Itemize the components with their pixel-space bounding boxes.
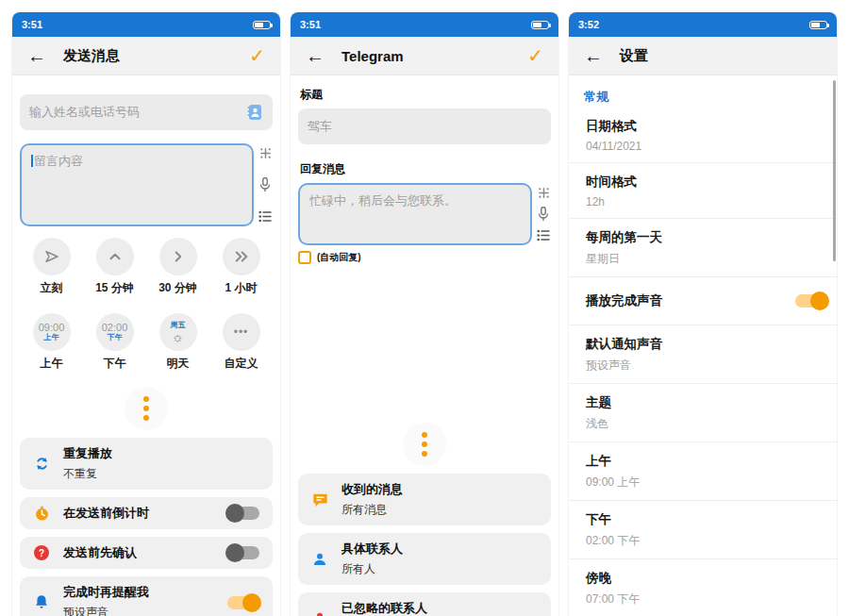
dot-icon <box>422 432 427 438</box>
title-placeholder: 驾车 <box>308 118 541 135</box>
delay-now-button[interactable]: 立刻 <box>20 234 83 302</box>
setting-evening-time[interactable]: 傍晚07:00 下午 <box>569 559 837 616</box>
title-input[interactable]: 驾车 <box>298 108 551 144</box>
preset-custom-button[interactable]: ••• 自定义 <box>209 309 273 377</box>
contact-red-icon <box>312 611 327 616</box>
reply-field-label: 回复消息 <box>300 161 551 177</box>
chevron-up-icon <box>107 248 124 265</box>
delay-1hour-button[interactable]: 1 小时 <box>209 234 273 302</box>
preset-morning-button[interactable]: 09:00上午 上午 <box>20 309 83 377</box>
delay-30min-button[interactable]: 30 分钟 <box>146 234 209 302</box>
mic-icon[interactable] <box>259 177 271 192</box>
setting-notification-sound[interactable]: 默认通知声音预设声音 <box>569 325 837 384</box>
preset-time-row: 09:00上午 上午 02:00下午 下午 周五☼ 明天 ••• 自定义 <box>20 309 273 377</box>
mic-icon[interactable] <box>538 207 549 222</box>
remind-option-row[interactable]: 完成时再提醒我 预设声音 <box>20 576 273 616</box>
template-list-icon[interactable] <box>537 229 550 241</box>
back-icon[interactable]: ← <box>306 46 325 65</box>
incoming-messages-row[interactable]: 收到的消息 所有消息 <box>298 474 551 525</box>
app-header: ← Telegram ✓ <box>291 37 558 75</box>
countdown-option-row[interactable]: 在发送前倒计时 <box>20 497 273 529</box>
status-bar: 3:51 <box>12 12 280 37</box>
status-bar: 3:52 <box>569 12 837 37</box>
confirm-check-icon[interactable]: ✓ <box>527 44 543 67</box>
app-header: ← 设置 <box>569 37 837 75</box>
send-message-screen: 3:51 ← 发送消息 ✓ 输入姓名或电话号码 留言内容 立刻 <box>12 12 280 616</box>
contact-blue-icon <box>312 552 327 567</box>
status-time: 3:51 <box>22 19 42 30</box>
template-list-icon[interactable] <box>258 210 272 223</box>
auto-reply-checkbox[interactable] <box>298 251 311 264</box>
preset-tomorrow-button[interactable]: 周五☼ 明天 <box>146 309 209 377</box>
text-cursor <box>31 155 33 167</box>
sun-icon: ☼ <box>172 330 184 343</box>
setting-first-day-of-week[interactable]: 每周的第一天星期日 <box>569 219 837 277</box>
timer-icon <box>34 506 50 522</box>
insert-icon[interactable] <box>538 187 550 199</box>
confirm-option-row[interactable]: ? 发送前先确认 <box>20 537 273 569</box>
dot-icon <box>143 415 149 421</box>
setting-morning-time[interactable]: 上午09:00 上午 <box>569 442 837 501</box>
page-title: 发送消息 <box>63 47 120 65</box>
delay-15min-button[interactable]: 15 分钟 <box>83 234 146 302</box>
status-bar: 3:51 <box>291 12 558 37</box>
setting-time-format[interactable]: 时间格式12h <box>569 163 837 219</box>
completion-sound-toggle[interactable] <box>795 294 827 308</box>
scrollbar-thumb[interactable] <box>833 80 836 261</box>
recipient-placeholder: 输入姓名或电话号码 <box>29 104 246 121</box>
dot-icon <box>422 441 427 447</box>
specific-contacts-row[interactable]: 具体联系人 所有人 <box>298 533 551 585</box>
countdown-toggle[interactable] <box>227 507 259 520</box>
dot-icon <box>422 451 427 457</box>
ignored-contacts-row[interactable]: 已忽略的联系人 没有联系人 <box>298 592 551 616</box>
telegram-autoreply-screen: 3:51 ← Telegram ✓ 标题 驾车 回复消息 忙碌中，稍后会与您联系… <box>291 12 558 616</box>
more-options-button[interactable] <box>403 423 446 466</box>
repeat-option-row[interactable]: 重复播放 不重复 <box>20 438 273 490</box>
auto-reply-label: (自动回复) <box>317 251 361 264</box>
page-title: Telegram <box>341 48 404 64</box>
battery-icon <box>253 21 271 29</box>
dot-icon <box>143 406 149 411</box>
settings-screen: 3:52 ← 设置 常规 日期格式04/11/2021 时间格式12h 每周的第… <box>569 12 837 616</box>
battery-icon <box>809 21 827 29</box>
back-icon[interactable]: ← <box>584 46 603 65</box>
chevron-right-icon <box>170 248 187 265</box>
setting-afternoon-time[interactable]: 下午02:00 下午 <box>569 501 837 559</box>
back-icon[interactable]: ← <box>27 46 46 65</box>
setting-date-format[interactable]: 日期格式04/11/2021 <box>569 108 837 163</box>
title-field-label: 标题 <box>300 87 551 103</box>
setting-completion-sound[interactable]: 播放完成声音 <box>569 277 837 325</box>
repeat-icon <box>34 456 50 472</box>
message-textarea[interactable]: 留言内容 <box>20 143 254 226</box>
app-header: ← 发送消息 ✓ <box>12 37 280 75</box>
send-icon <box>43 248 60 265</box>
status-time: 3:52 <box>578 19 599 30</box>
page-title: 设置 <box>620 47 648 65</box>
remind-toggle[interactable] <box>227 596 259 609</box>
chat-icon <box>312 492 328 508</box>
bell-icon <box>34 594 49 610</box>
contact-book-icon[interactable] <box>246 104 263 121</box>
more-options-button[interactable] <box>125 387 168 430</box>
preset-afternoon-button[interactable]: 02:00下午 下午 <box>83 309 146 377</box>
reply-placeholder: 忙碌中，稍后会与您联系。 <box>309 193 457 208</box>
recipient-input[interactable]: 输入姓名或电话号码 <box>20 94 273 130</box>
reply-textarea[interactable]: 忙碌中，稍后会与您联系。 <box>298 183 532 245</box>
setting-theme[interactable]: 主题浅色 <box>569 384 837 442</box>
question-icon: ? <box>34 545 49 560</box>
confirm-toggle[interactable] <box>227 546 259 559</box>
confirm-check-icon[interactable]: ✓ <box>249 44 265 67</box>
section-general: 常规 <box>569 75 837 108</box>
double-chevron-icon <box>232 248 251 265</box>
battery-icon <box>531 21 549 29</box>
message-placeholder: 留言内容 <box>34 154 83 168</box>
ellipsis-icon: ••• <box>234 325 249 339</box>
status-time: 3:51 <box>300 19 321 30</box>
quick-delay-row: 立刻 15 分钟 30 分钟 1 小时 <box>20 234 273 302</box>
dot-icon <box>143 396 149 402</box>
insert-icon[interactable] <box>259 147 272 159</box>
